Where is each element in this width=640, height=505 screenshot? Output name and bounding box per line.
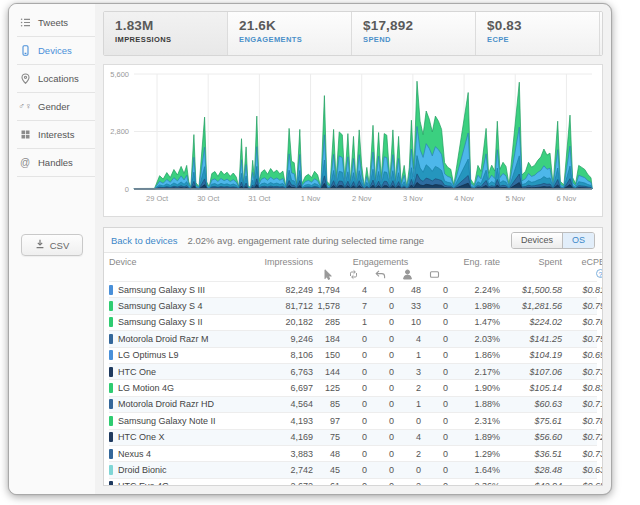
device-cell: Samsung Galaxy S II <box>109 317 255 327</box>
engagement-value: 0 <box>340 465 367 475</box>
engagement-value: 0 <box>367 350 394 360</box>
retweet-icon[interactable] <box>340 269 367 280</box>
spent-value: $141.25 <box>500 334 562 344</box>
follow-person-icon[interactable] <box>394 269 421 280</box>
stat-tab-spend[interactable]: $17,892 SPEND <box>352 12 476 55</box>
svg-text:1 Nov: 1 Nov <box>301 194 321 203</box>
svg-text:5,600: 5,600 <box>110 70 129 79</box>
engagement-value: 2 <box>394 449 421 459</box>
col-header-eng-rate[interactable]: Eng. rate <box>448 257 500 267</box>
stats-filler <box>600 12 602 55</box>
sidebar-item-gender[interactable]: ♂♀ Gender <box>9 93 95 120</box>
engagement-value: 1 <box>340 317 367 327</box>
spent-value: $28.48 <box>500 465 562 475</box>
svg-text:4 Nov: 4 Nov <box>454 194 474 203</box>
engagement-value: 1,794 <box>313 285 340 295</box>
device-name: LG Optimus L9 <box>118 350 179 360</box>
at-sign-icon: @ <box>19 158 31 168</box>
table-row: HTC One6,76314400302.17%$107.06$0.73 <box>109 363 597 379</box>
stacked-area-chart: 02,8005,60029 Oct30 Oct31 Oct1 Nov2 Nov3… <box>104 65 598 216</box>
help-icon[interactable]: ? <box>596 269 603 278</box>
sidebar-item-interests[interactable]: Interests <box>9 121 95 148</box>
spent-value: $42.94 <box>500 481 562 486</box>
engagement-value: 0 <box>421 432 448 442</box>
engagement-value: 85 <box>313 399 340 409</box>
cursor-click-icon[interactable] <box>313 269 340 280</box>
engagement-value: 0 <box>367 399 394 409</box>
timeseries-chart-panel: 02,8005,60029 Oct30 Oct31 Oct1 Nov2 Nov3… <box>103 64 603 217</box>
toggle-os-button[interactable]: OS <box>562 233 594 248</box>
ecpe-help-wrap: ? <box>562 269 603 279</box>
col-header-ecpe[interactable]: eCPE <box>562 257 603 267</box>
engagement-value: 0 <box>367 383 394 393</box>
impressions-value: 6,763 <box>255 367 313 377</box>
engagement-value: 48 <box>313 449 340 459</box>
svg-text:3 Nov: 3 Nov <box>403 194 423 203</box>
download-icon <box>35 239 45 251</box>
device-cell: Motorola Droid Razr M <box>109 334 255 344</box>
device-cell: Samsung Galaxy S III <box>109 285 255 295</box>
back-to-devices-link[interactable]: Back to devices <box>111 235 178 246</box>
csv-export-button[interactable]: CSV <box>21 234 83 256</box>
engagement-value: 285 <box>313 317 340 327</box>
engagement-value: 0 <box>367 367 394 377</box>
stat-value: $17,892 <box>363 18 464 33</box>
spent-value: $105.14 <box>500 383 562 393</box>
table-panel-header: Back to devices 2.02% avg. engagement ra… <box>104 228 602 253</box>
impressions-value: 4,169 <box>255 432 313 442</box>
sidebar-item-handles[interactable]: @ Handles <box>9 149 95 176</box>
series-color-chip <box>109 367 113 377</box>
card-icon[interactable] <box>421 269 448 280</box>
device-cell: HTC One X <box>109 432 255 442</box>
impressions-value: 3,883 <box>255 449 313 459</box>
engagement-value: 0 <box>421 350 448 360</box>
engagement-value: 0 <box>367 285 394 295</box>
engagement-value: 0 <box>367 481 394 486</box>
spent-value: $60.63 <box>500 399 562 409</box>
table-row: LG Motion 4G6,69712500201.90%$105.14$0.8… <box>109 379 597 395</box>
sidebar-item-devices[interactable]: Devices <box>9 37 95 64</box>
csv-button-label: CSV <box>50 240 70 251</box>
col-header-impressions[interactable]: Impressions <box>255 257 313 267</box>
sidebar-item-locations[interactable]: Locations <box>9 65 95 92</box>
series-color-chip <box>109 416 113 426</box>
main-content: 1.83M IMPRESSIONS 21.6K ENGAGEMENTS $17,… <box>95 4 611 494</box>
device-cell: Motorola Droid Razr HD <box>109 399 255 409</box>
engagement-value: 3 <box>394 367 421 377</box>
svg-text:0: 0 <box>125 185 129 194</box>
spent-value: $224.02 <box>500 317 562 327</box>
ecpe-value: $0.63 <box>562 465 603 475</box>
col-header-spent[interactable]: Spent <box>500 257 562 267</box>
device-name: Nexus 4 <box>118 449 151 459</box>
col-header-device[interactable]: Device <box>109 257 255 267</box>
toggle-devices-button[interactable]: Devices <box>512 233 562 248</box>
eng-rate-value: 2.31% <box>448 416 500 426</box>
table-row: Samsung Galaxy S III82,2491,794404802.24… <box>109 281 597 297</box>
table-row: LG Optimus L98,10615000101.86%$104.19$0.… <box>109 347 597 363</box>
engagement-value: 0 <box>421 465 448 475</box>
series-color-chip <box>109 350 113 360</box>
engagement-value: 0 <box>421 449 448 459</box>
stat-label: IMPRESSIONS <box>115 35 216 44</box>
series-color-chip <box>109 317 113 327</box>
gender-icon: ♂♀ <box>19 102 31 111</box>
impressions-value: 4,564 <box>255 399 313 409</box>
sidebar-item-label: Devices <box>38 45 72 56</box>
engagement-value: 0 <box>394 416 421 426</box>
impressions-value: 9,246 <box>255 334 313 344</box>
devices-table: Device Impressions Engagements Eng. rate… <box>104 253 602 486</box>
engagement-value: 1 <box>394 399 421 409</box>
device-name: Samsung Galaxy Note II <box>118 416 216 426</box>
stat-tab-impressions[interactable]: 1.83M IMPRESSIONS <box>104 12 228 55</box>
stat-tab-engagements[interactable]: 21.6K ENGAGEMENTS <box>228 12 352 55</box>
reply-icon[interactable] <box>367 269 394 280</box>
device-cell: HTC Evo 4G <box>109 481 255 486</box>
sidebar-item-tweets[interactable]: Tweets <box>9 9 95 36</box>
stat-tab-ecpe[interactable]: $0.83 ECPE <box>476 12 600 55</box>
engagement-value: 0 <box>421 383 448 393</box>
device-name: HTC Evo 4G <box>118 481 169 486</box>
series-color-chip <box>109 465 113 475</box>
svg-text:6 Nov: 6 Nov <box>557 194 577 203</box>
spent-value: $56.60 <box>500 432 562 442</box>
ecpe-value: $0.72 <box>562 432 603 442</box>
